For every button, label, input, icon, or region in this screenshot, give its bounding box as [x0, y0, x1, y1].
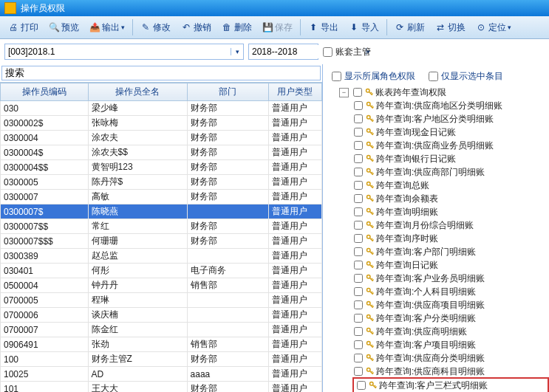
tree-node[interactable]: 跨年查询:供应商部门明细账 — [352, 165, 549, 179]
perm-checkbox[interactable] — [354, 101, 363, 110]
table-row[interactable]: 0500004钟丹丹销售部普通用户 — [1, 278, 322, 293]
modify-button[interactable]: ✎修改 — [135, 18, 176, 37]
column-header[interactable]: 操作员全名 — [88, 83, 187, 101]
perm-checkbox[interactable] — [354, 247, 363, 256]
undo-icon: ↶ — [181, 22, 191, 32]
perm-checkbox[interactable] — [354, 314, 363, 323]
perm-checkbox[interactable] — [357, 381, 366, 390]
collapse-icon[interactable]: − — [339, 88, 349, 97]
selected-only-check[interactable]: 仅显示选中条目 — [429, 70, 503, 83]
chevron-down-icon[interactable]: ▾ — [231, 48, 243, 55]
tree-node[interactable]: 跨年查询:客户地区分类明细账 — [352, 112, 549, 125]
table-row[interactable]: 0300007$$$何珊珊财务部普通用户 — [1, 234, 322, 249]
table-row[interactable]: 030401何彤电子商务普通用户 — [1, 264, 322, 278]
perm-checkbox[interactable] — [354, 221, 363, 230]
period-combo[interactable]: ▾ — [248, 44, 318, 60]
table-row[interactable]: 100财务主管Z财务部普通用户 — [1, 352, 322, 367]
output-icon: 📤 — [89, 22, 100, 32]
table-row[interactable]: 0300002$张咏梅财务部普通用户 — [1, 116, 322, 131]
key-icon — [366, 367, 375, 376]
tree-node[interactable]: 跨年查询:供应商业务员明细账 — [352, 139, 549, 152]
tree-node[interactable]: 跨年查询序时账 — [352, 232, 549, 245]
separator — [386, 19, 387, 35]
perm-checkbox[interactable] — [354, 154, 363, 163]
perm-checkbox[interactable] — [354, 340, 363, 349]
table-row[interactable]: 0300004$$黄智明123财务部普通用户 — [1, 160, 322, 175]
tree-node[interactable]: 跨年查询:供应商分类明细账 — [352, 351, 549, 365]
operator-grid[interactable]: 操作员编码操作员全名部门用户类型030梁少峰财务部普通用户0300002$张咏梅… — [0, 82, 322, 392]
perm-checkbox[interactable] — [354, 141, 363, 150]
perm-checkbox[interactable] — [354, 234, 363, 243]
tree-node[interactable]: 跨年查询:个人科目明细账 — [352, 285, 549, 298]
column-header[interactable]: 部门 — [187, 83, 268, 101]
undo-button[interactable]: ↶撤销 — [176, 18, 216, 37]
perm-checkbox[interactable] — [354, 354, 363, 362]
perm-checkbox[interactable] — [354, 261, 363, 269]
perm-checkbox[interactable] — [354, 128, 363, 137]
permission-tree[interactable]: −账表跨年查询权限跨年查询:供应商地区分类明细账跨年查询:客户地区分类明细账跨年… — [326, 86, 549, 392]
tree-node[interactable]: 跨年查询月份综合明细账 — [352, 219, 549, 232]
tree-node[interactable]: 跨年查询:客户部门明细账 — [352, 245, 549, 258]
perm-checkbox[interactable] — [354, 287, 363, 296]
tree-node[interactable]: 跨年查询明细账 — [352, 205, 549, 219]
table-row[interactable]: 0300007高敏财务部普通用户 — [1, 190, 322, 204]
perm-checkbox[interactable] — [354, 207, 363, 216]
table-row[interactable]: 0300007$$常红财务部普通用户 — [1, 219, 322, 234]
perm-checkbox[interactable] — [354, 168, 363, 176]
column-header[interactable]: 用户类型 — [268, 83, 321, 101]
tree-node[interactable]: 跨年查询:客户分类明细账 — [352, 312, 549, 325]
tree-node[interactable]: 跨年查询:供应商项目明细账 — [352, 298, 549, 312]
tree-node[interactable]: 跨年查询总账 — [352, 179, 549, 192]
book-supervisor-checkbox[interactable] — [323, 47, 333, 57]
table-row[interactable]: 0300004$涂农夫$$财务部普通用户 — [1, 145, 322, 160]
perm-checkbox[interactable] — [354, 367, 363, 376]
tree-root-node[interactable]: −账表跨年查询权限 — [339, 86, 549, 99]
import-button[interactable]: ⬇导入 — [344, 18, 384, 37]
tree-node[interactable]: 跨年查询:供应商明细账 — [352, 325, 549, 338]
tree-node[interactable]: 跨年查询:供应商地区分类明细账 — [352, 99, 549, 112]
refresh-button[interactable]: ⟳刷新 — [389, 18, 430, 37]
table-row[interactable]: 101王大大财务部普通用户 — [1, 382, 322, 393]
tree-node[interactable]: 跨年查询余额表 — [352, 192, 549, 205]
output-button[interactable]: 📤输出▾ — [84, 18, 130, 37]
table-row[interactable]: 0700005程琳普通用户 — [1, 293, 322, 308]
perm-checkbox[interactable] — [354, 300, 363, 309]
perm-checkbox[interactable] — [353, 88, 362, 97]
table-row[interactable]: 0300389赵总监普通用户 — [1, 249, 322, 264]
search-input[interactable] — [1, 66, 321, 80]
print-button[interactable]: 🖨打印 — [3, 18, 44, 37]
tree-node[interactable]: 跨年查询:客户业务员明细账 — [352, 272, 549, 285]
table-row[interactable]: 0700007陈金红普通用户 — [1, 323, 322, 337]
table-row[interactable]: 0300004涂农夫财务部普通用户 — [1, 131, 322, 145]
show-role-perm-check[interactable]: 显示所属角色权限 — [332, 70, 415, 83]
table-row[interactable]: 0300007$陈晓燕普通用户 — [1, 204, 322, 219]
tree-node[interactable]: 跨年查询:供应商科目明细账 — [352, 365, 549, 378]
locate-button[interactable]: ⊙定位▾ — [471, 18, 516, 37]
switch-button[interactable]: ⇄切换 — [430, 18, 471, 37]
perm-checkbox[interactable] — [354, 114, 363, 123]
tree-node[interactable]: 跨年查询:客户项目明细账 — [352, 338, 549, 351]
perm-checkbox[interactable] — [354, 327, 363, 336]
table-row[interactable]: 030梁少峰财务部普通用户 — [1, 101, 322, 116]
delete-button[interactable]: 🗑删除 — [216, 18, 257, 37]
key-icon — [366, 101, 375, 110]
tree-label: 跨年查询:供应商地区分类明细账 — [376, 99, 502, 112]
book-combo-input[interactable] — [5, 45, 231, 58]
table-row[interactable]: 10025ADaaaa普通用户 — [1, 367, 322, 382]
tree-node[interactable]: 跨年查询现金日记账 — [352, 125, 549, 139]
perm-checkbox[interactable] — [354, 274, 363, 283]
book-supervisor-check[interactable]: 账套主管 — [323, 46, 371, 58]
book-combo[interactable]: ▾ — [4, 44, 244, 60]
table-row[interactable]: 0906491张劲销售部普通用户 — [1, 337, 322, 352]
perm-checkbox[interactable] — [354, 194, 363, 203]
tree-node[interactable]: 跨年查询银行日记账 — [352, 152, 549, 165]
column-header[interactable]: 操作员编码 — [1, 83, 89, 101]
tree-node[interactable]: 跨年查询日记账 — [352, 258, 549, 272]
export-button[interactable]: ⬆导出 — [303, 18, 344, 37]
table-row[interactable]: 0700006谈庆楠普通用户 — [1, 308, 322, 323]
table-row[interactable]: 0300005陈丹萍$财务部普通用户 — [1, 175, 322, 190]
tree-node[interactable]: 跨年查询:客户三栏式明细账 — [352, 377, 549, 392]
save-button[interactable]: 💾保存 — [257, 18, 298, 37]
preview-button[interactable]: 🔍预览 — [44, 18, 84, 37]
perm-checkbox[interactable] — [354, 181, 363, 190]
